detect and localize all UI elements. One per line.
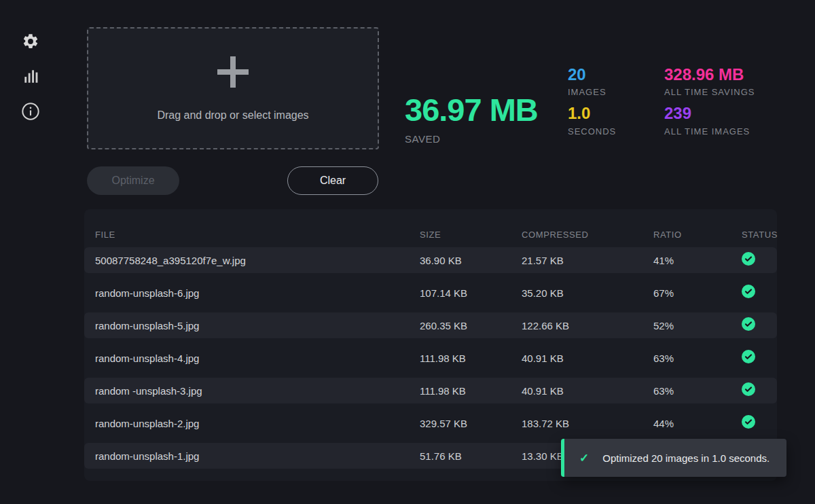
check-icon: ✓ <box>579 451 589 465</box>
seconds-count: 1.0 <box>568 105 616 122</box>
about-button[interactable] <box>20 101 41 122</box>
file-compressed-size: 40.91 KB <box>522 353 653 364</box>
file-ratio: 44% <box>653 418 736 429</box>
header-ratio: RATIO <box>653 230 736 240</box>
status-cell <box>736 317 777 334</box>
alltime-stats: 328.96 MB ALL TIME SAVINGS 239 ALL TIME … <box>664 66 755 144</box>
file-ratio: 63% <box>653 353 736 364</box>
file-compressed-size: 35.20 KB <box>522 287 653 299</box>
alltime-images-value: 239 <box>664 105 755 122</box>
file-size: 51.76 KB <box>420 450 522 462</box>
success-check-icon <box>742 415 755 431</box>
saved-value: 36.97 MB <box>405 94 538 126</box>
table-row[interactable]: random -unsplash-3.jpg 111.98 KB 40.91 K… <box>84 378 777 403</box>
settings-button[interactable] <box>20 31 41 52</box>
app-window: Drag and drop or select images Optimize … <box>0 0 815 504</box>
status-cell <box>736 285 777 301</box>
file-compressed-size: 183.72 KB <box>522 418 653 429</box>
success-check-icon <box>742 317 755 334</box>
file-size: 111.98 KB <box>420 353 522 364</box>
images-label: IMAGES <box>568 87 616 97</box>
alltime-savings-label: ALL TIME SAVINGS <box>664 87 755 97</box>
success-check-icon <box>742 252 755 268</box>
saved-stat: 36.97 MB SAVED <box>405 94 538 145</box>
success-check-icon <box>742 350 755 366</box>
alltime-savings-value: 328.96 MB <box>664 66 755 84</box>
file-ratio: 63% <box>653 385 736 397</box>
saved-label: SAVED <box>405 133 538 145</box>
file-compressed-size: 21.57 KB <box>522 255 653 266</box>
status-cell <box>736 252 777 268</box>
file-size: 329.57 KB <box>420 418 522 429</box>
alltime-images-label: ALL TIME IMAGES <box>664 126 755 137</box>
clear-button[interactable]: Clear <box>287 166 378 195</box>
table-row[interactable]: 50087758248_a395120f7e_w.jpg 36.90 KB 21… <box>84 247 777 273</box>
status-cell <box>736 382 777 399</box>
dropzone-label: Drag and drop or select images <box>157 109 308 122</box>
sidebar <box>0 0 61 504</box>
table-row[interactable]: random-unsplash-6.jpg 107.14 KB 35.20 KB… <box>84 280 777 306</box>
file-ratio: 67% <box>653 287 736 299</box>
status-cell <box>736 415 777 431</box>
stats-button[interactable] <box>20 66 41 86</box>
file-ratio: 41% <box>653 255 736 266</box>
file-size: 107.14 KB <box>420 287 522 299</box>
file-name: random -unsplash-3.jpg <box>84 385 420 397</box>
file-size: 36.90 KB <box>420 255 522 266</box>
success-check-icon <box>742 285 755 301</box>
header-size: SIZE <box>420 230 522 240</box>
toast-message: Optimized 20 images in 1.0 seconds. <box>602 452 769 464</box>
file-size: 260.35 KB <box>420 320 522 331</box>
file-ratio: 52% <box>653 320 736 331</box>
file-size: 111.98 KB <box>420 385 522 397</box>
file-name: random-unsplash-1.jpg <box>84 450 420 462</box>
gear-icon <box>22 33 39 50</box>
table-row[interactable]: random-unsplash-4.jpg 111.98 KB 40.91 KB… <box>84 345 777 371</box>
session-stats: 20 IMAGES 1.0 SECONDS <box>568 66 616 144</box>
info-icon <box>21 102 40 121</box>
file-name: random-unsplash-2.jpg <box>84 418 420 429</box>
table-body: 50087758248_a395120f7e_w.jpg 36.90 KB 21… <box>84 247 777 469</box>
file-compressed-size: 122.66 KB <box>522 320 653 331</box>
status-cell <box>736 350 777 366</box>
images-count: 20 <box>568 66 616 84</box>
file-name: random-unsplash-4.jpg <box>84 353 420 364</box>
bar-chart-icon <box>22 67 39 85</box>
table-header: FILE SIZE COMPRESSED RATIO STATUS <box>84 224 777 245</box>
seconds-label: SECONDS <box>568 126 616 137</box>
file-name: random-unsplash-5.jpg <box>84 320 420 331</box>
plus-icon <box>216 55 250 92</box>
toast-notification: ✓ Optimized 20 images in 1.0 seconds. <box>561 439 786 477</box>
table-row[interactable]: random-unsplash-2.jpg 329.57 KB 183.72 K… <box>84 410 777 436</box>
file-name: random-unsplash-6.jpg <box>84 287 420 299</box>
file-compressed-size: 40.91 KB <box>522 385 653 397</box>
success-check-icon <box>742 382 755 399</box>
dropzone[interactable]: Drag and drop or select images <box>87 27 379 149</box>
header-file: FILE <box>84 230 420 240</box>
header-compressed: COMPRESSED <box>522 230 653 240</box>
header-status: STATUS <box>736 230 777 240</box>
optimize-button[interactable]: Optimize <box>87 166 179 195</box>
table-row[interactable]: random-unsplash-5.jpg 260.35 KB 122.66 K… <box>84 312 777 338</box>
file-name: 50087758248_a395120f7e_w.jpg <box>84 255 420 266</box>
